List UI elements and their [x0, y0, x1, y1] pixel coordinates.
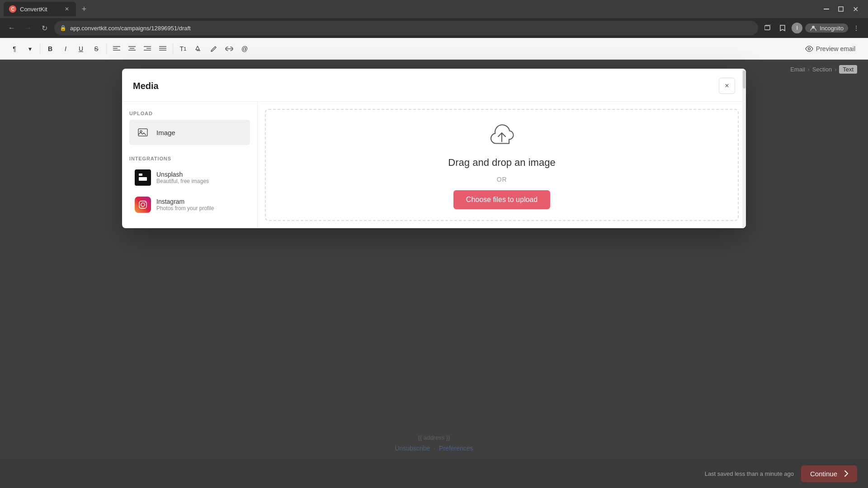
media-modal: Media × UPLOAD [122, 69, 746, 228]
integrations-section: INTEGRATIONS Unsplash Beautiful, free [129, 156, 250, 217]
nav-actions: I Incognito ⋮ [762, 22, 863, 34]
svg-point-21 [145, 202, 146, 203]
nav-bar: ← → ↻ 🔒 app.convertkit.com/campaigns/128… [0, 18, 868, 38]
instagram-integration[interactable]: Instagram Photos from your profile [129, 192, 250, 217]
unsplash-name: Unsplash [156, 171, 209, 178]
toolbar-divider-3 [173, 43, 173, 54]
bottom-bar: Last saved less than a minute ago Contin… [0, 459, 868, 488]
url-text: app.convertkit.com/campaigns/12896951/dr… [70, 25, 191, 32]
menu-button[interactable]: ⋮ [850, 22, 863, 34]
back-button[interactable]: ← [5, 22, 18, 34]
svg-rect-1 [839, 7, 843, 11]
tab-close-button[interactable]: ✕ [63, 5, 71, 13]
maximize-button[interactable] [835, 4, 846, 14]
tab-favicon: C [9, 5, 16, 13]
superscript-button[interactable]: T1 [176, 42, 190, 56]
forward-button[interactable]: → [22, 22, 34, 34]
close-window-button[interactable]: ✕ [850, 4, 861, 14]
svg-rect-0 [824, 9, 829, 9]
upload-section-label: UPLOAD [129, 111, 250, 116]
modal-body: UPLOAD Image INTEGRATIONS [122, 102, 746, 228]
align-right-button[interactable] [140, 42, 155, 56]
toolbar-right: Preview email [800, 42, 861, 55]
bookmark-button[interactable] [776, 22, 789, 34]
window-controls: ✕ [821, 4, 864, 14]
drop-zone[interactable]: Drag and drop an image OR Choose files t… [265, 109, 739, 221]
refresh-button[interactable]: ↻ [38, 22, 51, 34]
profile-button[interactable]: I [791, 22, 803, 34]
paragraph-button[interactable]: ¶ [7, 42, 22, 56]
strikethrough-button[interactable]: S [89, 42, 104, 56]
instagram-desc: Photos from your profile [156, 205, 214, 211]
toolbar-divider-2 [106, 43, 107, 54]
preview-email-label: Preview email [816, 45, 855, 52]
unsplash-text: Unsplash Beautiful, free images [156, 171, 209, 184]
modal-overlay: Media × UPLOAD [0, 60, 868, 488]
mention-button[interactable]: @ [237, 42, 252, 56]
last-saved-text: Last saved less than a minute ago [705, 470, 794, 477]
image-label: Image [156, 129, 175, 136]
modal-sidebar: UPLOAD Image INTEGRATIONS [122, 102, 258, 228]
drop-zone-title: Drag and drop an image [448, 157, 555, 169]
tab-title: ConvertKit [20, 6, 47, 13]
highlight-button[interactable] [191, 42, 206, 56]
incognito-label: Incognito [820, 25, 844, 32]
cast-button[interactable] [762, 22, 774, 34]
justify-button[interactable] [156, 42, 170, 56]
unsplash-icon [135, 169, 151, 186]
new-tab-button[interactable]: + [78, 3, 90, 15]
align-center-button[interactable] [125, 42, 139, 56]
continue-button[interactable]: Continue [801, 465, 857, 482]
modal-scrollbar[interactable] [742, 102, 746, 228]
toolbar-divider-1 [40, 43, 40, 54]
underline-button[interactable]: U [74, 42, 88, 56]
active-tab[interactable]: C ConvertKit ✕ [4, 2, 76, 16]
svg-point-16 [808, 47, 810, 50]
continue-label: Continue [810, 470, 837, 478]
editor-toolbar: ¶ ▾ B I U S T1 @ Preview email [0, 38, 868, 60]
modal-close-button[interactable]: × [719, 78, 735, 94]
cloud-upload-icon [487, 121, 516, 150]
italic-button[interactable]: I [58, 42, 73, 56]
integrations-section-label: INTEGRATIONS [129, 156, 250, 161]
instagram-icon [135, 197, 151, 213]
lock-icon: 🔒 [60, 25, 66, 31]
drop-zone-or: OR [497, 176, 507, 183]
modal-header: Media × [122, 69, 746, 102]
browser-chrome: C ConvertKit ✕ + ✕ ← → ↻ 🔒 app.convertki… [0, 0, 868, 38]
modal-title: Media [133, 81, 159, 91]
sidebar-item-image[interactable]: Image [129, 120, 250, 145]
tab-bar: C ConvertKit ✕ + ✕ [0, 0, 868, 18]
choose-files-button[interactable]: Choose files to upload [453, 190, 550, 209]
preview-email-button[interactable]: Preview email [800, 42, 861, 55]
content-area: Email › Section › Text {{ address }} Uns… [0, 60, 868, 488]
bold-button[interactable]: B [43, 42, 57, 56]
svg-rect-2 [764, 26, 770, 30]
paragraph-dropdown[interactable]: ▾ [23, 42, 37, 56]
address-bar[interactable]: 🔒 app.convertkit.com/campaigns/12896951/… [54, 21, 758, 35]
align-left-button[interactable] [109, 42, 124, 56]
incognito-badge: Incognito [805, 23, 848, 33]
pen-button[interactable] [207, 42, 221, 56]
unsplash-desc: Beautiful, free images [156, 178, 209, 184]
link-button[interactable] [222, 42, 236, 56]
svg-point-20 [141, 203, 145, 206]
image-icon [135, 124, 151, 141]
instagram-name: Instagram [156, 198, 214, 205]
unsplash-integration[interactable]: Unsplash Beautiful, free images [129, 165, 250, 190]
instagram-text: Instagram Photos from your profile [156, 198, 214, 211]
minimize-button[interactable] [821, 4, 832, 14]
